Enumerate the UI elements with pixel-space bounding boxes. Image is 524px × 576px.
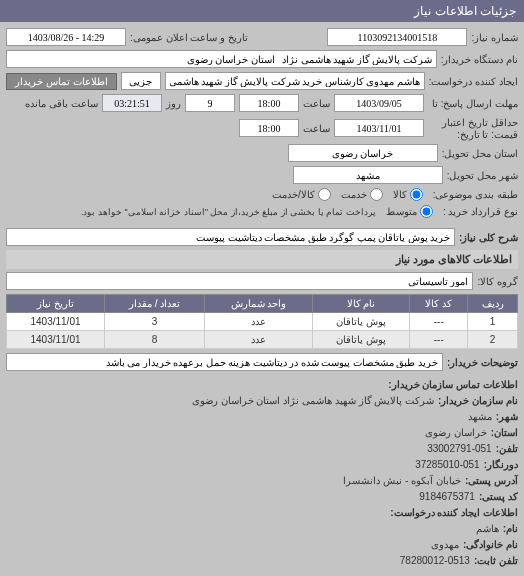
saat2-input[interactable] [239,119,299,137]
main-content: شماره نیاز: تاریخ و ساعت اعلان عمومی: نا… [0,22,524,575]
shahr-value: مشهد [468,409,492,425]
nam-value: هاشم [476,521,499,537]
radio-khedmat[interactable] [370,188,383,201]
saat-baghi-label: ساعت باقی مانده [25,98,98,109]
ettelaat-kala-header: اطلاعات کالاهای مورد نیاز [6,250,518,269]
ostan-label: استان: [491,425,518,441]
cell-vahed: عدد [205,331,313,349]
tarikh2-input[interactable] [334,119,424,137]
ettelaat-tamas-button[interactable]: اطلاعات تماس خریدار [6,73,117,90]
tarikh-elaan-label: تاریخ و ساعت اعلان عمومی: [130,32,248,43]
ostan-mahal-label: استان محل تحویل: [442,148,518,159]
kod-posti-label: کد پستی: [479,489,518,505]
cell-radif: 1 [468,313,518,331]
days-input[interactable] [185,94,235,112]
th-tarikh: تاریخ نیاز [7,295,105,313]
page-title: جزئیات اطلاعات نیاز [0,0,524,22]
sharh-koli-label: شرح کلی نیاز: [459,232,518,243]
nam-sazman-label: نام سازمان خریدار: [438,393,518,409]
khanevadegi-value: مهدوی [431,537,459,553]
th-nam: نام کالا [312,295,409,313]
hadaghal-tarikh-label-2: قیمت: تا تاریخ: [457,129,518,140]
shomare-niaz-input[interactable] [327,28,467,46]
shahr-label: شهر: [496,409,518,425]
radio-kala-khedmat-label: کالا/خدمت [272,189,315,200]
radio-kala[interactable] [410,188,423,201]
table-row[interactable]: 2 --- پوش یاتاقان عدد 8 1403/11/01 [7,331,518,349]
saat-label-1: ساعت [303,98,330,109]
th-tedad: تعداد / مقدار [104,295,204,313]
noe-gharardad-note: پرداخت تمام یا بخشی از مبلغ خرید،از محل … [81,207,376,217]
adres-value: خیابان آبکوه - نبش دانشسرا [343,473,460,489]
table-row[interactable]: 1 --- پوش یاتاقان عدد 3 1403/11/01 [7,313,518,331]
cell-kod: --- [410,313,468,331]
ostan-mahal-input[interactable] [288,144,438,162]
roz-label: روز [166,98,181,109]
th-vahed: واحد شمارش [205,295,313,313]
telefon-label: تلفن: [496,441,518,457]
radio-kala-khedmat[interactable] [318,188,331,201]
ijad-konande-input[interactable] [165,72,425,90]
cell-tedad: 3 [104,313,204,331]
telefon-value: 33002791-051 [427,441,492,457]
goroh-kala-label: گروه کالا: [477,276,518,287]
nam-label: نام: [503,521,518,537]
radio-khedmat-label: خدمت [341,189,367,200]
saat-label-2: ساعت [303,123,330,134]
jozi-input[interactable] [121,72,161,90]
ijad-konande-label: ایجاد کننده درخواست: [429,76,518,87]
tarikh1-input[interactable] [334,94,424,112]
mohllat-ersal-label: مهلت ارسال پاسخ: تا [428,98,518,109]
cell-radif: 2 [468,331,518,349]
radio-motavasset[interactable] [420,205,433,218]
radio-kala-label: کالا [393,189,407,200]
countdown-input [102,94,162,112]
tozihaat-input[interactable] [6,353,443,371]
telefon2-label: تلفن ثابت: [474,553,518,569]
cell-nam: پوش یاتاقان [312,313,409,331]
tabagheh-label: طبقه بندی موضوعی: [433,189,518,200]
ijad-header: اطلاعات ایجاد کننده درخواست: [390,505,518,521]
ostan-value: خراسان رضوی [425,425,487,441]
nam-dastgah-input[interactable] [6,50,437,68]
th-kod: کد کالا [410,295,468,313]
shahr-mahal-label: شهر محل تحویل: [447,170,518,181]
cell-tarikh: 1403/11/01 [7,313,105,331]
goroh-kala-input[interactable] [6,272,473,290]
hadaghal-tarikh-label-1: حداقل تاریخ اعتبار [442,117,518,128]
tozihaat-label: توضیحات خریدار: [447,357,518,368]
th-radif: ردیف [468,295,518,313]
cell-kod: --- [410,331,468,349]
saat1-input[interactable] [239,94,299,112]
cell-vahed: عدد [205,313,313,331]
shomare-niaz-label: شماره نیاز: [471,32,518,43]
noe-gharardad-label: نوع قرارداد خرید : [443,206,518,217]
radio-motavasset-label: متوسط [386,206,417,217]
cell-tarikh: 1403/11/01 [7,331,105,349]
adres-label: آدرس پستی: [465,473,518,489]
telefon2-value: 78280012-0513 [400,553,470,569]
khanevadegi-label: نام خانوادگی: [463,537,518,553]
dornegar-value: 37285010-051 [415,457,480,473]
nam-sazman-value: شرکت پالایش گاز شهید هاشمی نژاد استان خر… [192,393,434,409]
nam-dastgah-label: نام دستگاه خریدار: [441,54,518,65]
dornegar-label: دورنگار: [484,457,518,473]
tarikh-elaan-input[interactable] [6,28,126,46]
cell-tedad: 8 [104,331,204,349]
cell-nam: پوش یاتاقان [312,331,409,349]
kala-table: ردیف کد کالا نام کالا واحد شمارش تعداد /… [6,294,518,349]
kod-posti-value: 9184675371 [419,489,475,505]
sharh-koli-input[interactable] [6,228,455,246]
contact-header: اطلاعات تماس سازمان خریدار: [388,377,518,393]
shahr-mahal-input[interactable] [293,166,443,184]
